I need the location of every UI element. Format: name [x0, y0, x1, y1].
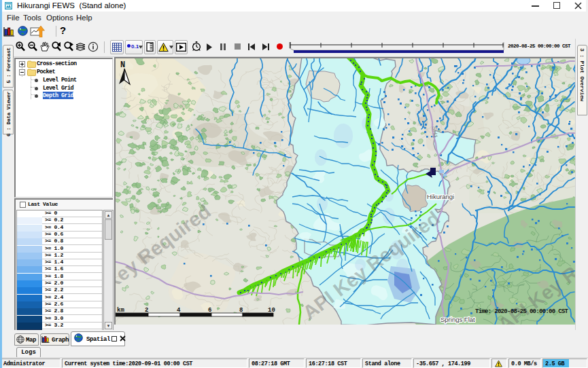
svg-text:Springs Flat: Springs Flat	[440, 316, 475, 323]
svg-text:Hikurangi: Hikurangi	[427, 193, 454, 200]
svg-text:km: km	[117, 307, 124, 314]
svg-text:Time: 2020-08-25 00:00:00 CST: Time: 2020-08-25 00:00:00 CST	[475, 308, 569, 315]
svg-text:6: 6	[208, 307, 211, 314]
svg-text:10: 10	[268, 307, 275, 314]
svg-text:SH1: SH1	[431, 126, 438, 138]
svg-text:4: 4	[177, 307, 181, 314]
svg-text:2: 2	[145, 307, 148, 314]
svg-text:8: 8	[239, 307, 243, 314]
